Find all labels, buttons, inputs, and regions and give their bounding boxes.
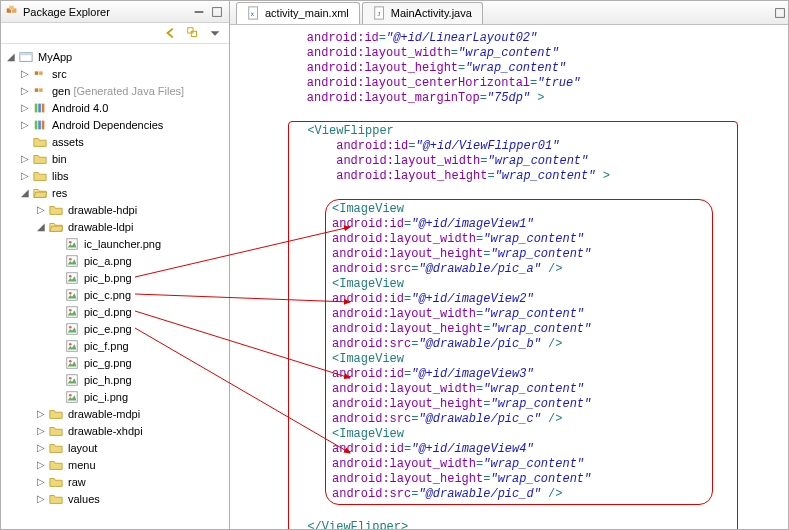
project-tree[interactable]: ◢MyApp ▷src ▷gen [Generated Java Files] …	[1, 44, 229, 529]
svg-rect-12	[39, 88, 43, 92]
svg-point-24	[69, 274, 72, 277]
svg-point-20	[69, 240, 72, 243]
tree-file-pic-f[interactable]: pic_f.png	[1, 337, 229, 354]
maximize-button[interactable]	[209, 4, 225, 20]
tree-android[interactable]: ▷Android 4.0	[1, 99, 229, 116]
tree-layout[interactable]: ▷layout	[1, 439, 229, 456]
view-menu-icon[interactable]	[207, 25, 223, 41]
tree-src[interactable]: ▷src	[1, 65, 229, 82]
image-file-icon	[64, 236, 80, 252]
collapse-all-icon[interactable]	[185, 25, 201, 41]
svg-point-26	[69, 291, 72, 294]
tree-assets[interactable]: assets	[1, 133, 229, 150]
tree-gen[interactable]: ▷gen [Generated Java Files]	[1, 82, 229, 99]
svg-rect-13	[35, 103, 38, 112]
package-folder-icon	[32, 66, 48, 82]
folder-icon	[32, 168, 48, 184]
svg-rect-37	[67, 391, 78, 402]
svg-rect-31	[67, 340, 78, 351]
tree-file-pic-h[interactable]: pic_h.png	[1, 371, 229, 388]
image-file-icon	[64, 287, 80, 303]
library-icon	[32, 117, 48, 133]
tab-activity-main[interactable]: x activity_main.xml	[236, 2, 360, 24]
image-file-icon	[64, 372, 80, 388]
maximize-editor-button[interactable]	[772, 5, 788, 21]
tree-project[interactable]: ◢MyApp	[1, 48, 229, 65]
svg-point-38	[69, 393, 72, 396]
image-file-icon	[64, 270, 80, 286]
svg-rect-11	[35, 88, 39, 92]
svg-rect-19	[67, 238, 78, 249]
folder-icon	[48, 202, 64, 218]
svg-rect-29	[67, 323, 78, 334]
xml-file-icon: x	[247, 6, 261, 20]
minimize-button[interactable]	[191, 4, 207, 20]
svg-point-28	[69, 308, 72, 311]
svg-rect-33	[67, 357, 78, 368]
tree-libs[interactable]: ▷libs	[1, 167, 229, 184]
svg-rect-9	[35, 71, 39, 75]
explorer-title: Package Explorer	[23, 6, 110, 18]
svg-rect-14	[38, 103, 41, 112]
back-link-icon[interactable]	[163, 25, 179, 41]
svg-point-36	[69, 376, 72, 379]
tree-file-pic-g[interactable]: pic_g.png	[1, 354, 229, 371]
tree-raw[interactable]: ▷raw	[1, 473, 229, 490]
svg-rect-5	[188, 28, 193, 33]
library-icon	[32, 100, 48, 116]
tree-file-ic-launcher[interactable]: ic_launcher.png	[1, 235, 229, 252]
editor-area: x activity_main.xml J MainActivity.java …	[230, 0, 789, 530]
annotation-inner-box: <ImageView android:id="@+id/imageView1" …	[325, 199, 713, 505]
folder-icon	[48, 440, 64, 456]
tree-drawable-xhdpi[interactable]: ▷drawable-xhdpi	[1, 422, 229, 439]
folder-icon	[48, 491, 64, 507]
folder-icon	[48, 457, 64, 473]
svg-rect-2	[9, 5, 13, 9]
package-folder-icon	[32, 83, 48, 99]
svg-rect-25	[67, 289, 78, 300]
tree-drawable-ldpi[interactable]: ◢drawable-ldpi	[1, 218, 229, 235]
tree-menu[interactable]: ▷menu	[1, 456, 229, 473]
folder-icon	[32, 134, 48, 150]
svg-rect-15	[42, 103, 45, 112]
image-file-icon	[64, 253, 80, 269]
svg-rect-18	[42, 120, 45, 129]
tree-file-pic-d[interactable]: pic_d.png	[1, 303, 229, 320]
annotation-outer-box: <ViewFlipper android:id="@+id/ViewFlippe…	[288, 121, 738, 529]
tree-drawable-mdpi[interactable]: ▷drawable-mdpi	[1, 405, 229, 422]
svg-rect-10	[39, 71, 43, 75]
tree-file-pic-a[interactable]: pic_a.png	[1, 252, 229, 269]
svg-rect-3	[195, 11, 204, 13]
image-file-icon	[64, 321, 80, 337]
package-explorer-view: Package Explorer ◢MyApp ▷src ▷gen [Gener…	[0, 0, 230, 530]
package-icon	[5, 4, 19, 20]
tree-file-pic-e[interactable]: pic_e.png	[1, 320, 229, 337]
svg-point-22	[69, 257, 72, 260]
tree-bin[interactable]: ▷bin	[1, 150, 229, 167]
project-icon	[18, 49, 34, 65]
svg-point-30	[69, 325, 72, 328]
svg-text:x: x	[251, 10, 255, 17]
svg-rect-4	[213, 7, 222, 16]
tree-file-pic-b[interactable]: pic_b.png	[1, 269, 229, 286]
image-file-icon	[64, 389, 80, 405]
tree-res[interactable]: ◢res	[1, 184, 229, 201]
svg-rect-17	[38, 120, 41, 129]
tree-values[interactable]: ▷values	[1, 490, 229, 507]
tree-dependencies[interactable]: ▷Android Dependencies	[1, 116, 229, 133]
svg-rect-21	[67, 255, 78, 266]
tree-drawable-hdpi[interactable]: ▷drawable-hdpi	[1, 201, 229, 218]
folder-open-icon	[32, 185, 48, 201]
explorer-header: Package Explorer	[1, 1, 229, 23]
svg-rect-43	[776, 8, 785, 17]
explorer-toolbar	[1, 23, 229, 44]
image-file-icon	[64, 338, 80, 354]
image-file-icon	[64, 355, 80, 371]
svg-point-32	[69, 342, 72, 345]
svg-rect-23	[67, 272, 78, 283]
tree-file-pic-i[interactable]: pic_i.png	[1, 388, 229, 405]
svg-rect-35	[67, 374, 78, 385]
tree-file-pic-c[interactable]: pic_c.png	[1, 286, 229, 303]
code-editor[interactable]: android:id="@+id/LinearLayout02" android…	[230, 25, 788, 529]
tab-main-activity[interactable]: J MainActivity.java	[362, 2, 483, 24]
